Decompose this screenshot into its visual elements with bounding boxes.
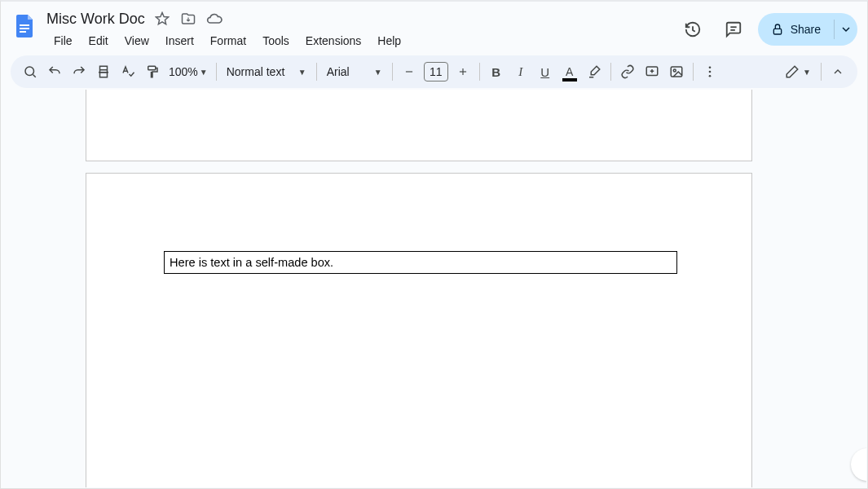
share-button-group: Share <box>758 13 857 46</box>
svg-point-20 <box>708 75 711 77</box>
share-dropdown[interactable] <box>835 13 857 46</box>
move-folder-icon[interactable] <box>179 10 197 28</box>
history-icon[interactable] <box>676 13 709 46</box>
app-header: Misc Work Doc File Edit View Insert Form… <box>1 2 867 52</box>
text-color-icon[interactable]: A <box>558 60 581 83</box>
svg-rect-8 <box>100 73 108 77</box>
toolbar-separator <box>216 63 217 81</box>
more-options-icon[interactable] <box>698 60 721 83</box>
menu-extensions[interactable]: Extensions <box>298 33 368 49</box>
document-page-previous[interactable] <box>86 90 752 161</box>
explore-fab[interactable] <box>851 448 866 481</box>
document-page[interactable]: Here is text in a self-made box. <box>86 173 752 487</box>
menu-tools[interactable]: Tools <box>255 33 297 49</box>
svg-rect-1 <box>20 28 29 29</box>
font-family-dropdown[interactable]: Arial ▼ <box>322 65 387 78</box>
svg-rect-5 <box>773 29 781 34</box>
toolbar-separator <box>392 63 393 81</box>
lock-icon <box>771 23 784 36</box>
paint-format-icon[interactable] <box>141 60 164 83</box>
svg-rect-0 <box>20 24 29 26</box>
add-comment-icon[interactable] <box>641 60 663 83</box>
menu-format[interactable]: Format <box>203 33 253 49</box>
comments-icon[interactable] <box>717 13 750 46</box>
star-icon[interactable] <box>153 10 171 28</box>
underline-icon[interactable]: U <box>534 60 557 83</box>
docs-logo-icon[interactable] <box>11 11 40 41</box>
font-size-increase-icon[interactable] <box>452 60 474 83</box>
toolbar-separator <box>693 63 694 81</box>
text-box-content[interactable]: Here is text in a self-made box. <box>170 256 333 269</box>
document-canvas[interactable]: Here is text in a self-made box. <box>2 90 866 487</box>
menu-file[interactable]: File <box>46 33 80 49</box>
share-label: Share <box>791 23 821 36</box>
toolbar-separator <box>610 63 611 81</box>
editing-mode-dropdown[interactable]: ▼ <box>780 60 816 83</box>
title-block: Misc Work Doc File Edit View Insert Form… <box>46 8 676 52</box>
cloud-status-icon[interactable] <box>205 10 223 28</box>
document-title[interactable]: Misc Work Doc <box>46 11 145 28</box>
caret-down-icon: ▼ <box>298 68 306 77</box>
svg-point-17 <box>673 69 676 72</box>
svg-line-7 <box>33 74 35 77</box>
svg-point-18 <box>708 66 711 68</box>
caret-down-icon: ▼ <box>200 68 208 77</box>
paragraph-style-dropdown[interactable]: Normal text ▼ <box>222 65 311 78</box>
svg-rect-2 <box>20 31 26 33</box>
pencil-icon <box>785 64 800 79</box>
share-button[interactable]: Share <box>758 13 834 46</box>
toolbar-separator <box>479 63 480 81</box>
zoom-value: 100% <box>169 65 198 78</box>
header-actions: Share <box>676 13 857 46</box>
collapse-toolbar-icon[interactable] <box>826 60 849 83</box>
font-size-group <box>398 60 474 83</box>
zoom-dropdown[interactable]: 100% ▼ <box>165 65 211 78</box>
menu-help[interactable]: Help <box>370 33 408 49</box>
toolbar-separator <box>821 63 822 81</box>
toolbar-container: 100% ▼ Normal text ▼ Arial ▼ B I U A <box>1 52 867 88</box>
svg-point-19 <box>708 71 711 73</box>
font-size-decrease-icon[interactable] <box>398 60 421 83</box>
bold-icon[interactable]: B <box>485 60 508 83</box>
svg-rect-9 <box>148 66 156 70</box>
redo-icon[interactable] <box>68 60 90 83</box>
font-family-value: Arial <box>327 65 350 78</box>
spellcheck-icon[interactable] <box>117 60 139 83</box>
menu-view[interactable]: View <box>117 33 156 49</box>
text-box[interactable]: Here is text in a self-made box. <box>164 251 677 274</box>
toolbar-separator <box>316 63 317 81</box>
undo-icon[interactable] <box>43 60 66 83</box>
caret-down-icon: ▼ <box>374 68 382 77</box>
print-icon[interactable] <box>92 60 115 83</box>
italic-icon[interactable]: I <box>509 60 532 83</box>
svg-point-6 <box>25 67 34 76</box>
insert-link-icon[interactable] <box>616 60 639 83</box>
menu-insert[interactable]: Insert <box>158 33 201 49</box>
toolbar: 100% ▼ Normal text ▼ Arial ▼ B I U A <box>11 55 857 88</box>
menu-edit[interactable]: Edit <box>82 33 116 49</box>
highlight-color-icon[interactable] <box>583 60 606 83</box>
caret-down-icon: ▼ <box>803 68 811 77</box>
caret-down-icon <box>842 25 850 33</box>
insert-image-icon[interactable] <box>665 60 688 83</box>
svg-rect-16 <box>671 67 682 77</box>
search-menus-icon[interactable] <box>19 60 42 83</box>
paragraph-style-value: Normal text <box>227 65 285 78</box>
font-size-input[interactable] <box>424 62 448 82</box>
title-row: Misc Work Doc <box>46 8 676 29</box>
menu-bar: File Edit View Insert Format Tools Exten… <box>46 29 676 52</box>
